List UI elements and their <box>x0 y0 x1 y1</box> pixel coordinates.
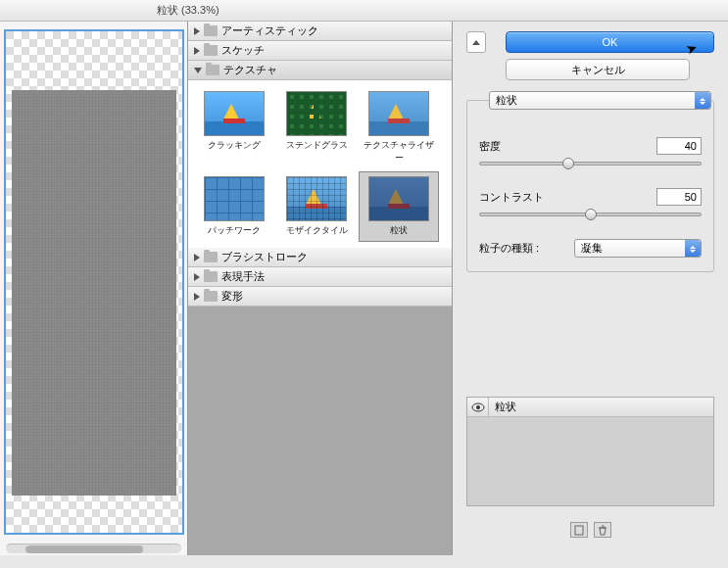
folder-icon <box>204 252 218 262</box>
folder-icon <box>204 291 218 302</box>
window-title: 粒状 (33.3%) <box>157 3 219 18</box>
preview-canvas[interactable] <box>4 29 184 535</box>
cancel-button[interactable]: キャンセル <box>506 59 690 80</box>
category-label: テクスチャ <box>223 63 277 77</box>
chevron-up-icon <box>472 40 480 45</box>
parameter-group: 粒状 密度 コントラスト 粒子の種類 : 凝集 <box>466 100 714 272</box>
controls-pane: OK➤ キャンセル 粒状 密度 コントラスト 粒子の種類 : 凝集 <box>453 22 728 555</box>
chevron-right-icon <box>194 254 200 261</box>
preview-image <box>12 90 176 496</box>
density-slider[interactable] <box>479 157 702 170</box>
category-label: ブラシストローク <box>221 250 308 264</box>
visibility-toggle[interactable] <box>467 398 489 416</box>
chevron-right-icon <box>194 273 200 281</box>
thumb-mosaic-tiles[interactable]: モザイクタイル <box>276 171 357 242</box>
select-arrows-icon <box>695 92 710 109</box>
folder-icon <box>206 65 219 75</box>
category-label: アーティスティック <box>221 24 318 38</box>
filter-list-empty <box>188 307 452 555</box>
chevron-right-icon <box>194 27 200 35</box>
category-brush-strokes[interactable]: ブラシストローク <box>188 248 452 267</box>
select-arrows-icon <box>685 240 701 257</box>
filter-list-pane: アーティスティック スケッチ テクスチャ クラッキング ステンドグラス テクスチ… <box>188 22 453 555</box>
svg-rect-2 <box>575 526 583 535</box>
category-distort[interactable]: 変形 <box>188 287 452 307</box>
category-label: スケッチ <box>221 43 265 58</box>
applied-filter-label: 粒状 <box>489 400 516 414</box>
applied-filters-box: 粒状 <box>466 397 714 506</box>
grain-type-label: 粒子の種類 : <box>479 241 539 256</box>
applied-filter-row[interactable]: 粒状 <box>467 398 713 417</box>
contrast-label: コントラスト <box>479 190 544 205</box>
grain-type-select[interactable]: 凝集 <box>574 239 702 258</box>
category-texture[interactable]: テクスチャ <box>188 61 452 80</box>
chevron-down-icon <box>194 68 202 73</box>
category-stylize[interactable]: 表現手法 <box>188 267 452 287</box>
trash-icon <box>598 525 607 536</box>
thumb-grain[interactable]: 粒状 <box>359 171 439 242</box>
chevron-right-icon <box>194 293 200 301</box>
thumb-craquelure[interactable]: クラッキング <box>194 86 274 169</box>
window-titlebar: 粒状 (33.3%) <box>0 0 728 22</box>
thumb-patchwork[interactable]: パッチワーク <box>194 171 274 242</box>
collapse-button[interactable] <box>466 31 486 53</box>
folder-icon <box>204 271 218 282</box>
thumb-stained-glass[interactable]: ステンドグラス <box>276 86 357 169</box>
preview-pane <box>0 22 188 555</box>
thumb-texturizer[interactable]: テクスチャライザー <box>359 86 439 169</box>
cursor-icon: ➤ <box>683 37 701 60</box>
delete-button[interactable] <box>594 522 611 538</box>
density-label: 密度 <box>479 139 501 154</box>
texture-thumbnails: クラッキング ステンドグラス テクスチャライザー パッチワーク モザイクタイル … <box>188 80 452 248</box>
category-artistic[interactable]: アーティスティック <box>188 22 452 41</box>
category-label: 変形 <box>221 289 243 304</box>
folder-icon <box>204 45 218 56</box>
new-layer-button[interactable] <box>570 522 588 538</box>
ok-button[interactable]: OK➤ <box>506 31 714 53</box>
contrast-slider[interactable] <box>479 208 702 221</box>
category-label: 表現手法 <box>221 269 265 284</box>
chevron-right-icon <box>194 47 200 55</box>
preview-scrollbar[interactable] <box>6 544 181 553</box>
eye-icon <box>471 402 485 412</box>
page-icon <box>574 525 584 536</box>
category-sketch[interactable]: スケッチ <box>188 41 452 61</box>
density-input[interactable] <box>656 137 702 155</box>
svg-point-1 <box>476 405 480 409</box>
filter-select[interactable]: 粒状 <box>489 91 711 110</box>
contrast-input[interactable] <box>656 188 702 206</box>
folder-icon <box>204 25 218 36</box>
